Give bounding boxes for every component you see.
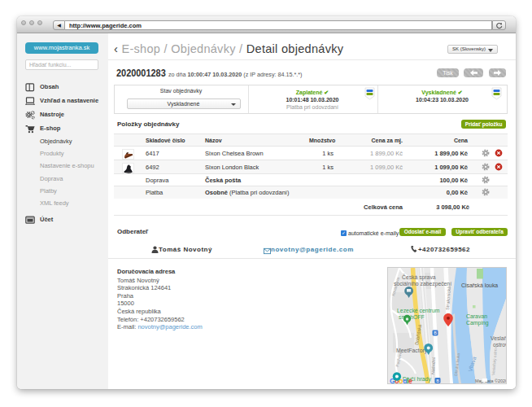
svg-text:Cisařská louka: Cisařská louka <box>461 282 498 288</box>
svg-text:Veslařsk: Veslařsk <box>491 335 506 341</box>
svg-text:B: B <box>436 379 439 383</box>
svg-text:Lezecké centrum: Lezecké centrum <box>397 308 440 313</box>
svg-text:B: B <box>434 330 437 335</box>
svg-text:Map data ©2020: Map data ©2020 <box>475 379 506 383</box>
svg-text:Camping: Camping <box>466 320 489 326</box>
svg-text:Caravan: Caravan <box>466 313 487 319</box>
svg-text:Nádražní: Nádražní <box>430 357 436 374</box>
svg-text:smichOFF: smichOFF <box>399 314 425 320</box>
svg-text:ostrov: ostrov <box>493 342 506 348</box>
svg-text:sociálního zabezpečení: sociálního zabezpečení <box>394 281 451 287</box>
